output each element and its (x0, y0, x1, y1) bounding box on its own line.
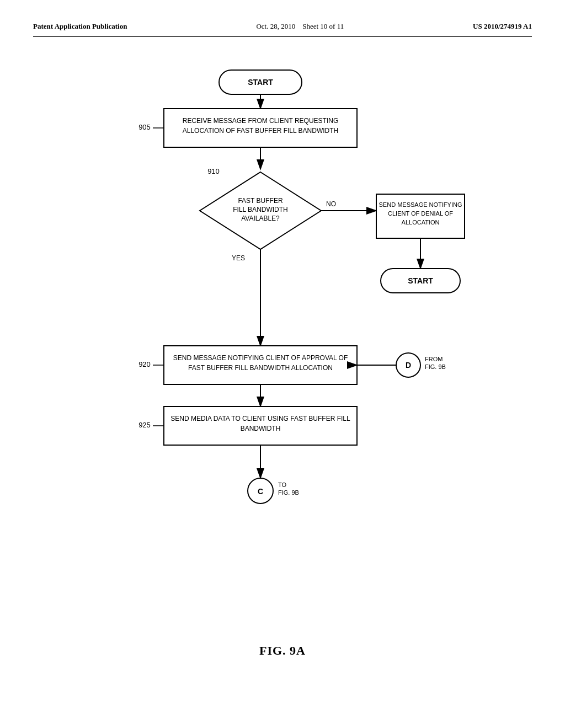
step915-line1: SEND MESSAGE NOTIFYING (379, 201, 462, 208)
header-date-sheet: Oct. 28, 2010 Sheet 10 of 11 (256, 22, 344, 31)
page: Patent Application Publication Oct. 28, … (0, 0, 565, 728)
header-publication-label: Patent Application Publication (33, 22, 127, 31)
connector-d-label: D (406, 361, 411, 370)
no-label: NO (326, 200, 336, 208)
step915-line3: ALLOCATION (402, 219, 440, 226)
flowchart-container: START RECEIVE MESSAGE FROM CLIENT REQUES… (33, 53, 532, 633)
connector-d-from2: FIG. 9B (425, 363, 446, 370)
figure-label: FIG. 9A (33, 644, 532, 658)
connector-c-to1: TO (278, 481, 287, 488)
header-date: Oct. 28, 2010 (256, 22, 295, 30)
start-top-label: START (248, 78, 273, 87)
connector-c-label: C (258, 487, 263, 496)
step920-line2: FAST BUFFER FILL BANDWIDTH ALLOCATION (188, 364, 333, 372)
step925-line2: BANDWIDTH (241, 425, 281, 432)
connector-c-to2: FIG. 9B (278, 489, 299, 496)
step915-line2: CLIENT OF DENIAL OF (388, 210, 453, 217)
step905-line2: ALLOCATION OF FAST BUFFER FILL BANDWIDTH (183, 127, 338, 135)
step920-num: 920 (138, 360, 151, 368)
connector-d-from1: FROM (425, 356, 443, 362)
header-divider (33, 36, 532, 37)
step905-num: 905 (138, 123, 151, 131)
page-header: Patent Application Publication Oct. 28, … (33, 22, 532, 31)
step920-line1: SEND MESSAGE NOTIFYING CLIENT OF APPROVA… (173, 354, 348, 362)
yes-label: YES (232, 254, 245, 262)
start-right-label: START (408, 276, 433, 285)
header-patent-number: US 2010/274919 A1 (473, 22, 532, 31)
step925-num: 925 (138, 421, 151, 429)
diamond910-line3: AVAILABLE? (241, 215, 280, 222)
diamond910-line2: FILL BANDWIDTH (233, 206, 288, 213)
flowchart-svg: START RECEIVE MESSAGE FROM CLIENT REQUES… (67, 53, 498, 633)
step925-line1: SEND MEDIA DATA TO CLIENT USING FAST BUF… (170, 415, 350, 422)
step910-num: 910 (207, 167, 220, 175)
diamond910-line1: FAST BUFFER (238, 197, 282, 205)
header-sheet: Sheet 10 of 11 (302, 22, 344, 30)
step905-line1: RECEIVE MESSAGE FROM CLIENT REQUESTING (183, 117, 339, 125)
